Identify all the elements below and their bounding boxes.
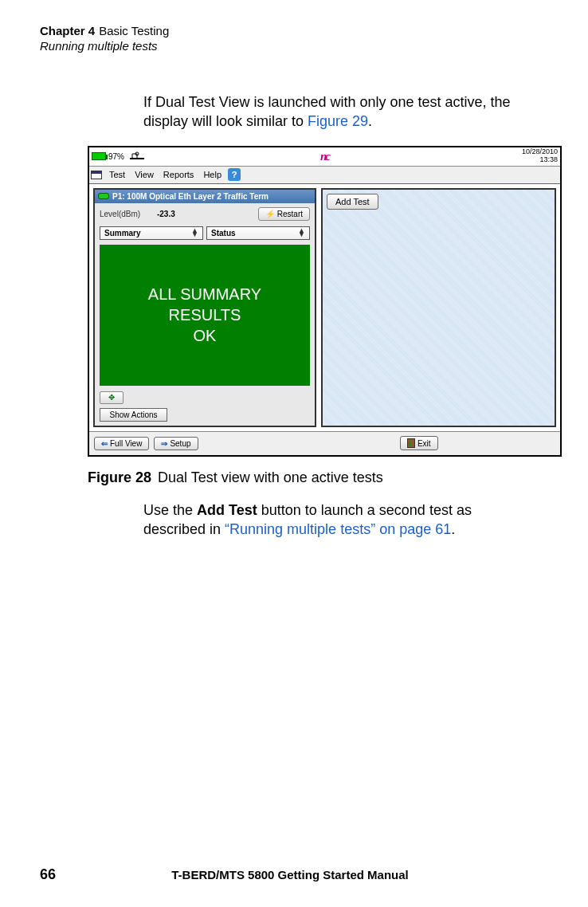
menu-view[interactable]: View (130, 170, 159, 179)
page-number: 66 (40, 866, 56, 883)
battery-icon (92, 152, 106, 160)
p1-after: . (368, 113, 372, 129)
paragraph-1: If Dual Test View is launched with only … (143, 92, 524, 132)
paragraph-2: Use the Add Test button to launch a seco… (143, 501, 524, 540)
full-view-label: Full View (110, 439, 142, 448)
panel-title-bar: P1: 100M Optical Eth Layer 2 Traffic Ter… (95, 190, 315, 203)
panel-title-text: P1: 100M Optical Eth Layer 2 Traffic Ter… (112, 192, 269, 201)
menu-reports[interactable]: Reports (159, 170, 199, 179)
p2-bold: Add Test (197, 502, 257, 518)
section-title: Running multiple tests (40, 39, 548, 53)
figure-text: Dual Test view with one active tests (158, 469, 383, 486)
battery-percent: 97% (108, 152, 124, 161)
exit-label: Exit (417, 439, 431, 448)
figure-caption: Figure 28 Dual Test view with one active… (88, 469, 548, 486)
dropdown-row: Summary ▲▼ Status ▲▼ (95, 225, 315, 241)
results-line2: RESULTS (169, 304, 241, 325)
level-value: -23.3 (157, 210, 175, 218)
add-test-label: Add Test (335, 197, 370, 206)
results-display: ALL SUMMARY RESULTS OK (100, 245, 310, 386)
right-test-panel: Add Test (321, 188, 556, 427)
setup-button[interactable]: ⇒ Setup (154, 437, 198, 450)
footer-title: T-BERD/MTS 5800 Getting Started Manual (56, 868, 524, 881)
level-row: Level(dBm) -23.3 ⚡ Restart (95, 203, 315, 225)
chapter-label: Chapter 4 (40, 24, 95, 37)
datetime: 10/28/2010 13:38 (522, 148, 558, 164)
figure-label: Figure 28 (88, 469, 151, 486)
menu-help[interactable]: Help (198, 170, 226, 179)
setup-label: Setup (170, 439, 190, 448)
p2-link[interactable]: “Running multiple tests” on page 61 (225, 521, 451, 537)
bottom-panel-row: ✥ (95, 389, 315, 406)
results-line1: ALL SUMMARY (148, 284, 261, 304)
show-actions-label: Show Actions (109, 410, 157, 419)
left-test-panel: P1: 100M Optical Eth Layer 2 Traffic Ter… (93, 188, 316, 427)
content-area: P1: 100M Optical Eth Layer 2 Traffic Ter… (89, 184, 560, 431)
show-actions-button[interactable]: Show Actions (100, 408, 167, 422)
svg-rect-0 (130, 158, 144, 159)
door-icon (407, 438, 415, 448)
menu-bar: Test View Reports Help ? (89, 167, 560, 184)
p2-after: . (451, 521, 455, 537)
window-icon[interactable] (91, 171, 102, 179)
results-line3: OK (194, 325, 217, 346)
p1-link[interactable]: Figure 29 (308, 113, 368, 129)
move-button[interactable]: ✥ (100, 391, 123, 404)
arrow-right-icon: ⇒ (161, 439, 167, 448)
status-dropdown[interactable]: Status ▲▼ (206, 226, 310, 240)
status-bar: 97% nc 10/28/2010 13:38 (89, 147, 560, 167)
level-label: Level(dBm) (100, 210, 140, 218)
updown-icon: ▲▼ (191, 229, 198, 238)
updown-icon: ▲▼ (298, 229, 305, 238)
page-footer: 66 T-BERD/MTS 5800 Getting Started Manua… (40, 866, 548, 883)
menu-test[interactable]: Test (104, 170, 130, 179)
help-icon[interactable]: ? (228, 168, 241, 181)
add-test-button[interactable]: Add Test (327, 194, 378, 210)
p2-before: Use the (143, 502, 197, 518)
bottom-toolbar: ⇐ Full View ⇒ Setup Exit (89, 431, 560, 455)
nc-logo: nc (320, 150, 329, 163)
arrow-left-icon: ⇐ (101, 439, 108, 448)
network-icon (130, 151, 144, 161)
time-text: 13:38 (522, 156, 558, 164)
summary-dropdown[interactable]: Summary ▲▼ (100, 226, 203, 240)
battery-group: 97% (92, 151, 144, 161)
restart-button[interactable]: ⚡ Restart (258, 207, 310, 221)
page-header-line1: Chapter 4 Basic Testing (40, 24, 548, 37)
restart-label: Restart (277, 210, 303, 218)
move-icon: ✥ (108, 393, 115, 402)
lightning-icon: ⚡ (265, 210, 275, 218)
summary-dropdown-label: Summary (104, 229, 141, 238)
exit-button[interactable]: Exit (400, 436, 438, 450)
screenshot-figure: 97% nc 10/28/2010 13:38 Test View Report… (88, 146, 562, 457)
chapter-title: Basic Testing (99, 24, 169, 37)
full-view-button[interactable]: ⇐ Full View (94, 437, 149, 450)
status-dropdown-label: Status (211, 229, 236, 238)
status-led-icon (98, 193, 109, 199)
